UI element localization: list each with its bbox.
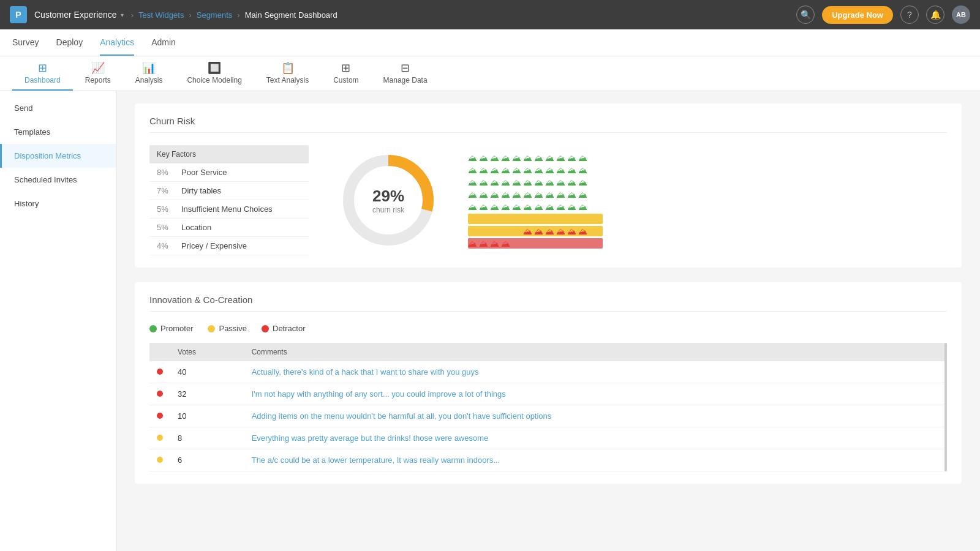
subnav-reports[interactable]: 📈 Reports [73, 56, 123, 91]
factor-label-3: Insufficient Menu Choices [181, 204, 273, 214]
sidebar-item-send[interactable]: Send [0, 96, 116, 120]
avatar[interactable]: AB [952, 6, 970, 24]
product-name: Customer Experience [34, 10, 117, 20]
subnav-manage-data-label: Manage Data [383, 76, 428, 84]
waffle-person: ⛰ [578, 226, 587, 236]
search-button[interactable]: 🔍 [796, 6, 815, 24]
comment-link[interactable]: Actually, there's kind of a hack that I … [252, 367, 479, 377]
waffle-person: ⛰ [501, 201, 510, 212]
row-comment[interactable]: Everything was pretty average but the dr… [244, 427, 947, 449]
waffle-person: ⛰ [578, 201, 587, 212]
subnav-text-analysis[interactable]: 📋 Text Analysis [254, 56, 321, 91]
donut-chart: 29% churn risk [333, 145, 443, 255]
churn-row: Key Factors 8% Poor Service 7% Dirty tab… [149, 145, 947, 255]
sidebar-item-templates[interactable]: Templates [0, 120, 116, 144]
nav-deploy[interactable]: Deploy [56, 30, 83, 56]
breadcrumb-test-widgets[interactable]: Test Widgets [138, 10, 184, 20]
subnav-analysis-label: Analysis [135, 76, 163, 84]
subnav-custom[interactable]: ⊞ Custom [321, 56, 371, 91]
legend-passive: Passive [208, 324, 247, 333]
waffle-person: ⛰ [567, 165, 576, 175]
waffle-person: ⛰ [468, 189, 477, 200]
nav-survey[interactable]: Survey [12, 30, 39, 56]
waffle-person: ⛰ [578, 152, 587, 163]
row-comment[interactable]: The a/c could be at a lower temperature,… [244, 449, 947, 471]
analysis-icon: 📊 [142, 61, 156, 75]
comment-link[interactable]: I'm not hapy with anything of any sort..… [252, 389, 506, 399]
waffle-person: ⛰ [556, 189, 565, 200]
comment-link[interactable]: Everything was pretty average but the dr… [252, 433, 489, 443]
waffle-person: ⛰ [545, 226, 554, 236]
waffle-person: ⛰ [490, 214, 499, 224]
waffle-person: ⛰ [556, 177, 565, 187]
waffle-person: ⛰ [501, 214, 510, 224]
upgrade-button[interactable]: Upgrade Now [822, 6, 893, 24]
waffle-person: ⛰ [545, 165, 554, 175]
app-logo: P [10, 6, 27, 23]
waffle-person: ⛰ [512, 177, 521, 187]
waffle-person: ⛰ [567, 226, 576, 236]
waffle-person: ⛰ [534, 201, 543, 212]
row-dot-cell [149, 405, 170, 427]
notifications-button[interactable]: 🔔 [926, 6, 944, 24]
subnav-choice-modeling-label: Choice Modeling [187, 76, 241, 84]
waffle-person: ⛰ [534, 152, 543, 163]
factor-label-1: Poor Service [181, 168, 227, 177]
waffle-person: ⛰ [468, 238, 477, 249]
subnav-analysis[interactable]: 📊 Analysis [123, 56, 175, 91]
waffle-person: ⛰ [545, 189, 554, 200]
table-row: 8 Everything was pretty average but the … [149, 427, 947, 449]
subnav-manage-data[interactable]: ⊟ Manage Data [371, 56, 440, 91]
waffle-person: ⛰ [479, 214, 488, 224]
waffle-person: ⛰ [512, 201, 521, 212]
waffle-person: ⛰ [501, 226, 510, 236]
nav-admin[interactable]: Admin [151, 30, 176, 56]
row-comment[interactable]: I'm not hapy with anything of any sort..… [244, 383, 947, 405]
row-dot-cell [149, 361, 170, 383]
legend-promoter: Promoter [149, 324, 193, 333]
waffle-person: ⛰ [468, 201, 477, 212]
waffle-person: ⛰ [567, 177, 576, 187]
waffle-person: ⛰ [468, 214, 477, 224]
row-comment[interactable]: Actually, there's kind of a hack that I … [244, 361, 947, 383]
help-button[interactable]: ? [900, 6, 919, 24]
waffle-person: ⛰ [479, 238, 488, 249]
nav-analytics[interactable]: Analytics [100, 30, 134, 56]
navbar: Survey Deploy Analytics Admin [0, 29, 980, 56]
waffle-person: ⛰ [468, 177, 477, 187]
waffle-person: ⛰ [501, 189, 510, 200]
waffle-person: ⛰ [556, 226, 565, 236]
sidebar-item-disposition-metrics[interactable]: Disposition Metrics [0, 144, 116, 168]
waffle-person: ⛰ [556, 165, 565, 175]
product-switcher[interactable]: Customer Experience ▾ [34, 10, 124, 20]
legend-passive-label: Passive [219, 324, 247, 333]
subnav-dashboard[interactable]: ⊞ Dashboard [12, 56, 73, 91]
breadcrumb-segments[interactable]: Segments [197, 10, 233, 20]
waffle-person: ⛰ [578, 165, 587, 175]
churn-risk-title: Churn Risk [149, 116, 947, 133]
waffle-person: ⛰ [556, 214, 565, 224]
comment-link[interactable]: The a/c could be at a lower temperature,… [252, 455, 500, 465]
waffle-person: ⛰ [490, 201, 499, 212]
subnav-choice-modeling[interactable]: 🔲 Choice Modeling [175, 56, 254, 91]
factor-row-1: 8% Poor Service [149, 163, 309, 182]
sidebar-item-scheduled-invites[interactable]: Scheduled Invites [0, 168, 116, 192]
row-dot-cell [149, 427, 170, 449]
legend-detractor: Detractor [262, 324, 305, 333]
breadcrumb: › Test Widgets › Segments › Main Segment… [131, 10, 337, 20]
row-comment[interactable]: Adding items on the menu wouldn't be har… [244, 405, 947, 427]
comment-link[interactable]: Adding items on the menu wouldn't be har… [252, 411, 552, 421]
detractor-dot [262, 325, 269, 332]
waffle-person: ⛰ [512, 189, 521, 200]
subnav-text-analysis-label: Text Analysis [266, 76, 309, 84]
factor-pct-5: 4% [157, 241, 174, 250]
waffle-person: ⛰ [468, 165, 477, 175]
waffle-person: ⛰ [545, 177, 554, 187]
waffle-person: ⛰ [501, 152, 510, 163]
factor-row-5: 4% Pricey / Expensive [149, 237, 309, 255]
waffle-person: ⛰ [578, 177, 587, 187]
vote-dot [157, 369, 163, 375]
row-votes: 8 [170, 427, 244, 449]
sidebar-item-history[interactable]: History [0, 192, 116, 216]
waffle-person: ⛰ [534, 214, 543, 224]
